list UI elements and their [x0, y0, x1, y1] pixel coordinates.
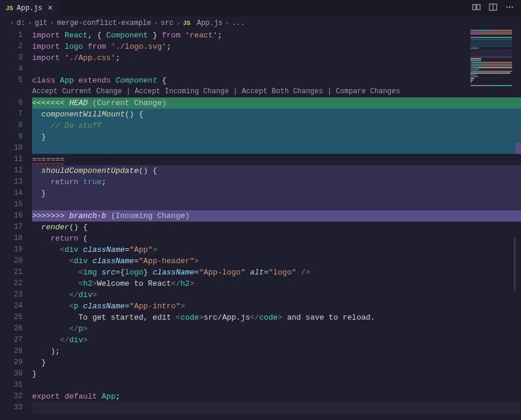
compare-link[interactable]: Compare Changes — [336, 87, 400, 96]
conflict-incoming-marker: >>>>>>> branch-b (Incoming Change) — [32, 210, 521, 222]
svg-point-5 — [509, 7, 510, 8]
js-icon: JS — [183, 20, 190, 27]
overview-marker-current — [516, 97, 521, 109]
title-bar: JS App.js × — [0, 0, 521, 17]
svg-point-4 — [506, 7, 507, 8]
conflict-head-marker: <<<<<<< HEAD (Current Change) — [32, 97, 521, 109]
editor[interactable]: 1 2 3 4 5 6 7 8 9 10 11 12 13 14 15 16 1… — [0, 30, 521, 420]
svg-rect-1 — [477, 5, 480, 10]
line-numbers: 1 2 3 4 5 6 7 8 9 10 11 12 13 14 15 16 1… — [0, 30, 32, 420]
tab-appjs[interactable]: JS App.js × — [0, 1, 61, 16]
scrollbar[interactable] — [514, 238, 516, 291]
editor-actions — [472, 3, 521, 14]
close-icon[interactable]: × — [46, 4, 54, 13]
minimap[interactable] — [471, 30, 512, 89]
tabs-container: JS App.js × — [0, 1, 61, 16]
svg-point-6 — [511, 7, 513, 8]
accept-both-link[interactable]: Accept Both Changes — [242, 87, 323, 96]
accept-incoming-link[interactable]: Accept Incoming Change — [135, 87, 229, 96]
svg-rect-0 — [473, 5, 476, 10]
more-icon[interactable] — [506, 3, 514, 14]
overview-marker-incoming — [516, 143, 521, 154]
code-area[interactable]: import React, { Component } from 'react'… — [32, 30, 521, 420]
compare-icon[interactable] — [472, 3, 481, 14]
merge-codelens: Accept Current Change | Accept Incoming … — [32, 86, 521, 97]
breadcrumb[interactable]: ›d: ›git ›merge-conflict-example ›src ›J… — [0, 17, 521, 30]
split-icon[interactable] — [489, 3, 497, 14]
accept-current-link[interactable]: Accept Current Change — [32, 87, 122, 96]
js-icon: JS — [6, 5, 13, 12]
tab-label: App.js — [17, 4, 42, 12]
